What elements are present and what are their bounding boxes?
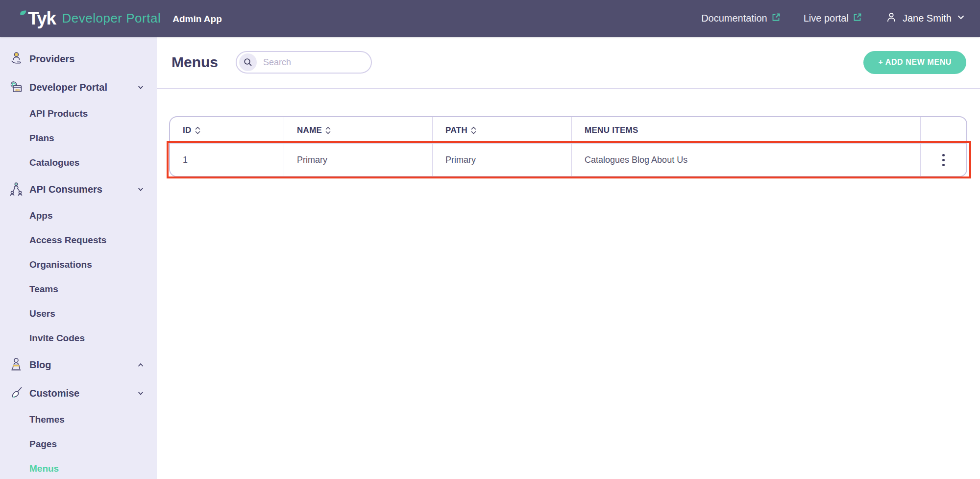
- column-label: ID: [183, 126, 192, 135]
- sidebar-item-label: Pages: [29, 439, 57, 450]
- documentation-label: Documentation: [701, 13, 767, 24]
- sidebar-item-apps[interactable]: Apps: [0, 203, 157, 228]
- sidebar: Providers </> Developer Portal API Produ…: [0, 37, 157, 479]
- sidebar-item-menus[interactable]: Menus: [0, 456, 157, 479]
- sort-icon: [471, 126, 476, 134]
- sidebar-item-providers[interactable]: Providers: [0, 45, 157, 73]
- live-portal-link[interactable]: Live portal: [804, 12, 862, 25]
- sidebar-item-label: API Consumers: [29, 184, 102, 195]
- sidebar-item-label: API Products: [29, 108, 88, 119]
- sidebar-item-api-products[interactable]: API Products: [0, 101, 157, 126]
- tyk-leaf-icon: [20, 9, 27, 18]
- cell-id: 1: [170, 144, 284, 176]
- sort-icon: [325, 126, 331, 134]
- sidebar-item-themes[interactable]: Themes: [0, 407, 157, 432]
- sidebar-item-label: Access Requests: [29, 235, 106, 246]
- sidebar-item-label: Catalogues: [29, 157, 79, 168]
- chevron-down-icon: [137, 390, 144, 397]
- sort-icon: [195, 126, 200, 134]
- documentation-link[interactable]: Documentation: [701, 12, 781, 25]
- sidebar-item-label: Organisations: [29, 259, 92, 270]
- chevron-down-icon: [137, 186, 144, 193]
- cell-name: Primary: [284, 144, 433, 176]
- column-label: NAME: [297, 126, 322, 135]
- external-link-icon: [771, 12, 781, 25]
- column-header-name[interactable]: NAME: [284, 117, 433, 144]
- user-menu[interactable]: Jane Smith: [885, 11, 965, 26]
- sidebar-item-plans[interactable]: Plans: [0, 126, 157, 151]
- external-link-icon: [853, 12, 862, 25]
- sidebar-item-label: Themes: [29, 414, 65, 425]
- api-consumers-icon: [7, 180, 25, 199]
- sidebar-item-teams[interactable]: Teams: [0, 277, 157, 302]
- providers-icon: [7, 50, 25, 68]
- sidebar-item-access-requests[interactable]: Access Requests: [0, 228, 157, 252]
- svg-text:</>: </>: [15, 88, 20, 92]
- chevron-down-icon: [956, 13, 965, 24]
- search-input[interactable]: [257, 57, 355, 68]
- sidebar-item-label: Providers: [29, 53, 74, 65]
- blog-icon: [7, 355, 25, 374]
- sidebar-item-pages[interactable]: Pages: [0, 432, 157, 456]
- sidebar-item-blog[interactable]: Blog: [0, 351, 157, 379]
- sidebar-item-invite-codes[interactable]: Invite Codes: [0, 326, 157, 351]
- app-label: Admin App: [172, 14, 222, 25]
- sidebar-item-label: Plans: [29, 133, 54, 144]
- live-portal-label: Live portal: [804, 13, 849, 24]
- column-label: MENU ITEMS: [585, 126, 638, 135]
- logo-product-name: Developer Portal: [62, 11, 161, 26]
- search-icon: [239, 53, 257, 71]
- sidebar-item-label: Teams: [29, 284, 58, 295]
- cell-path: Primary: [433, 144, 572, 176]
- sidebar-item-users[interactable]: Users: [0, 302, 157, 326]
- logo-text: Tyk: [28, 8, 56, 29]
- add-new-menu-button[interactable]: + ADD NEW MENU: [863, 51, 966, 74]
- column-header-id[interactable]: ID: [170, 117, 284, 144]
- column-label: PATH: [445, 126, 467, 135]
- sidebar-item-label: Developer Portal: [29, 82, 107, 93]
- column-header-actions: [921, 117, 966, 144]
- table-row[interactable]: 1 Primary Primary Catalogues Blog About …: [170, 144, 966, 176]
- chevron-down-icon: [137, 84, 144, 91]
- topbar-links: Documentation Live portal Jane Smith: [701, 11, 965, 26]
- sidebar-item-label: Apps: [29, 210, 53, 221]
- sidebar-item-developer-portal[interactable]: </> Developer Portal: [0, 73, 157, 101]
- cell-menu-items: Catalogues Blog About Us: [572, 144, 921, 176]
- menus-table-wrap: ID NAME PATH: [169, 116, 967, 177]
- column-header-menu-items: MENU ITEMS: [572, 117, 921, 144]
- page-title: Menus: [172, 54, 218, 71]
- row-actions-kebab-icon[interactable]: [937, 149, 950, 171]
- sidebar-item-label: Blog: [29, 359, 51, 371]
- sidebar-item-catalogues[interactable]: Catalogues: [0, 151, 157, 175]
- page-header: Menus + ADD NEW MENU: [157, 37, 980, 89]
- top-bar: Tyk Developer Portal Admin App Documenta…: [0, 0, 980, 37]
- menus-table: ID NAME PATH: [169, 116, 967, 177]
- chevron-up-icon: [137, 361, 144, 368]
- search-box: [236, 51, 372, 74]
- user-icon: [885, 11, 898, 26]
- sidebar-item-label: Users: [29, 308, 55, 319]
- tyk-logo: Tyk Developer Portal: [20, 8, 161, 29]
- column-header-path[interactable]: PATH: [433, 117, 572, 144]
- main-content: Menus + ADD NEW MENU ID: [157, 37, 980, 479]
- developer-portal-icon: </>: [7, 78, 25, 97]
- cell-actions: [921, 144, 966, 176]
- user-name: Jane Smith: [903, 13, 952, 24]
- customise-icon: [7, 384, 25, 403]
- sidebar-item-label: Customise: [29, 388, 79, 399]
- sidebar-item-organisations[interactable]: Organisations: [0, 252, 157, 277]
- sidebar-item-api-consumers[interactable]: API Consumers: [0, 175, 157, 203]
- sidebar-item-customise[interactable]: Customise: [0, 379, 157, 407]
- sidebar-item-label: Invite Codes: [29, 333, 85, 344]
- table-header-row: ID NAME PATH: [170, 117, 966, 144]
- sidebar-item-label: Menus: [29, 463, 59, 474]
